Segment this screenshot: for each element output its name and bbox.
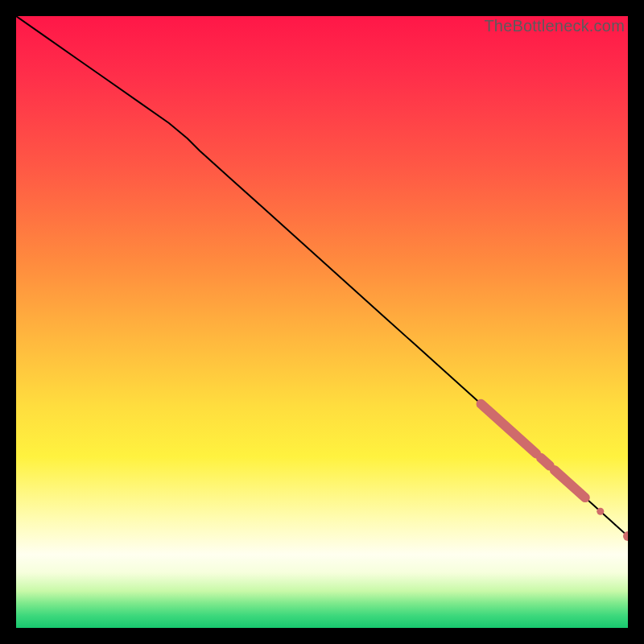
highlight-segment: [481, 404, 536, 454]
watermark-label: TheBottleneck.com: [484, 17, 625, 35]
data-point-dot: [597, 508, 604, 515]
chart-frame: TheBottleneck.com: [16, 16, 628, 628]
chart-overlay: [16, 16, 628, 628]
highlight-segment: [555, 470, 585, 497]
highlight-segment: [541, 458, 550, 466]
